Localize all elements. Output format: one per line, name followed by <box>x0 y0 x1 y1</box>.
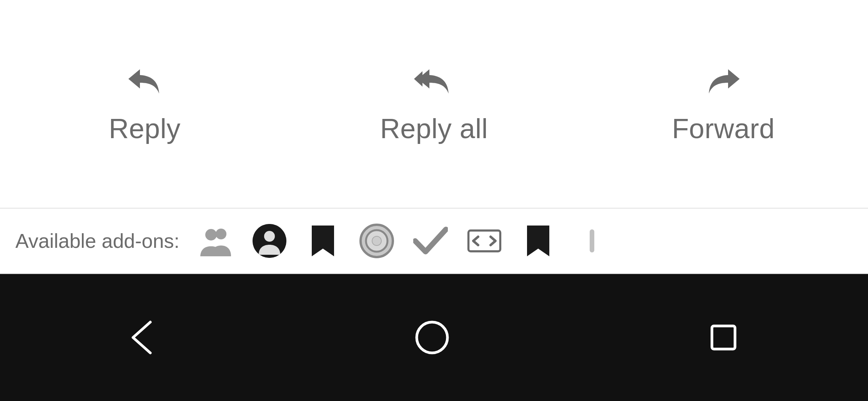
reply-all-button[interactable]: Reply all <box>289 48 579 160</box>
reply-all-icon <box>411 63 457 104</box>
svg-point-1 <box>205 229 217 241</box>
bookmark-addon-icon-1[interactable] <box>306 224 340 258</box>
action-buttons-row: Reply Reply all Forward <box>0 48 868 160</box>
reply-button[interactable]: Reply <box>0 48 289 160</box>
reply-icon <box>125 63 164 104</box>
forward-label: Forward <box>672 113 775 144</box>
addons-icons-row <box>199 224 609 258</box>
check-addon-icon[interactable] <box>413 224 448 258</box>
addons-label: Available add-ons: <box>15 229 180 252</box>
scroll-right-indicator <box>575 224 609 258</box>
home-button[interactable] <box>413 318 451 357</box>
bookmark-addon-icon-2[interactable] <box>521 224 555 258</box>
candy-addon-icon[interactable] <box>359 224 394 258</box>
svg-point-6 <box>372 236 381 246</box>
android-nav-bar <box>0 274 868 401</box>
reply-all-label: Reply all <box>380 113 488 144</box>
reply-label: Reply <box>109 113 181 144</box>
svg-rect-10 <box>712 326 735 349</box>
face-addon-icon[interactable] <box>253 224 286 258</box>
svg-point-3 <box>264 231 275 242</box>
addons-section: Available add-ons: <box>0 209 868 274</box>
back-button[interactable] <box>127 318 158 357</box>
svg-rect-8 <box>590 229 594 252</box>
svg-point-9 <box>417 322 447 353</box>
forward-icon <box>704 63 743 104</box>
svg-point-0 <box>216 229 226 239</box>
email-actions-area: Reply Reply all Forward <box>0 0 868 208</box>
code-addon-icon[interactable] <box>467 224 502 258</box>
forward-button[interactable]: Forward <box>579 48 868 160</box>
recents-button[interactable] <box>706 320 741 355</box>
group-addon-icon[interactable] <box>199 224 233 258</box>
